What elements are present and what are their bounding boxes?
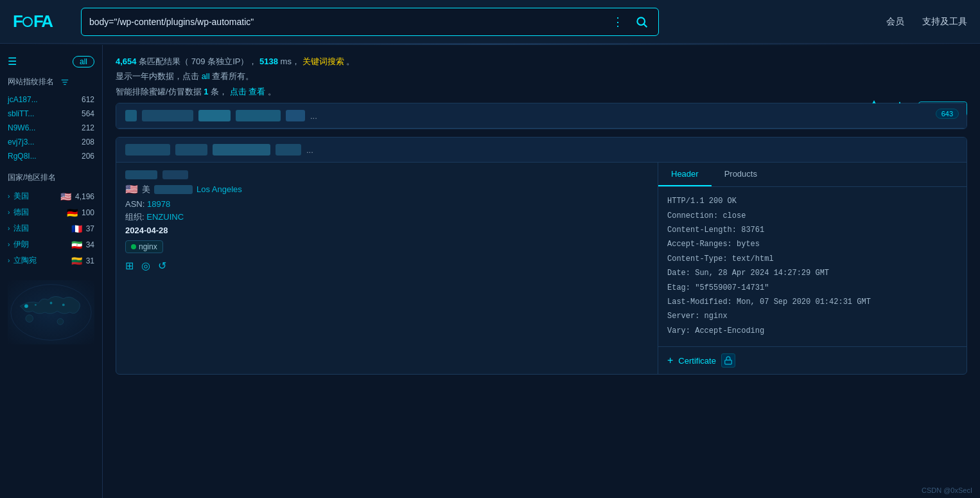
fingerprint-label: jcA187...	[8, 95, 38, 104]
sidebar-header: ☰ all	[8, 55, 94, 67]
search-submit-button[interactable]	[633, 14, 651, 30]
tech-tag-nginx[interactable]: nginx	[125, 240, 163, 253]
fingerprint-count: 212	[82, 123, 94, 132]
svg-rect-14	[725, 360, 732, 364]
honeypot-view-link[interactable]: 点击 查看	[230, 87, 266, 96]
country-item[interactable]: ›德国🇩🇪100	[8, 204, 94, 220]
fingerprint-count: 564	[82, 109, 94, 118]
search-bar[interactable]: ⋮	[81, 8, 659, 36]
country-name: 伊朗	[13, 239, 67, 250]
country-item[interactable]: ›立陶宛🇱🇹31	[8, 253, 94, 269]
certificate-section[interactable]: + Certificate	[658, 346, 967, 374]
results-line1: 4,654 条匹配结果（ 709 条独立IP）， 5138 ms， 关键词搜索 …	[116, 54, 967, 69]
country-flag-icon: 🇺🇸	[60, 191, 71, 202]
map-svg	[8, 280, 94, 344]
honeypot-count: 1	[204, 87, 208, 96]
result-card-2: ... 🇺🇸 美 Los Angeles	[116, 137, 967, 375]
result-card-body-2: 🇺🇸 美 Los Angeles ASN: 18978 组织: ENZUINC	[116, 163, 967, 374]
blurred-url-2a	[125, 144, 170, 156]
card-action-grid[interactable]: ⊞	[125, 260, 134, 272]
country-flag: 🇺🇸	[125, 183, 138, 195]
asn-value[interactable]: 18978	[147, 199, 170, 209]
header-content-line: Accept-Ranges: bytes	[667, 238, 958, 251]
keyword-search-link[interactable]: 关键词搜索	[302, 57, 344, 66]
view-all-link[interactable]: all	[202, 71, 210, 81]
fingerprint-item[interactable]: N9W6...212	[8, 121, 94, 135]
country-name: 立陶宛	[13, 255, 67, 266]
footer-note: CSDN @0xSecI	[922, 486, 972, 494]
location-country: 美	[142, 184, 150, 195]
header-content-panel: HTTP/1.1 200 OKConnection: closeContent-…	[658, 187, 967, 346]
country-count: 31	[86, 256, 94, 265]
svg-point-7	[57, 319, 64, 325]
country-expand: ›	[8, 225, 10, 232]
blurred-url-2b	[175, 144, 207, 156]
blurred-extra-1	[286, 110, 305, 121]
sort-icon	[60, 78, 69, 87]
fingerprint-count: 612	[82, 95, 94, 104]
blurred-ip-addr	[125, 170, 157, 179]
tab-header[interactable]: Header	[658, 163, 712, 186]
fingerprint-item[interactable]: jcA187...612	[8, 93, 94, 107]
country-expand: ›	[8, 193, 10, 200]
results-line2: 显示一年内数据，点击 all 查看所有。	[116, 69, 967, 84]
nav-support[interactable]: 支持及工具	[922, 16, 967, 28]
blurred-port	[162, 170, 188, 179]
date-row: 2024-04-28	[125, 226, 649, 235]
header-right: 会员 支持及工具	[886, 16, 967, 28]
country-expand: ›	[8, 209, 10, 216]
filter-icon[interactable]: ☰	[8, 55, 17, 67]
country-section-title: 国家/地区排名	[8, 172, 94, 183]
blurred-favicon-1	[125, 110, 137, 121]
fingerprint-item[interactable]: sbliTT...564	[8, 107, 94, 121]
tech-tag-label: nginx	[139, 242, 157, 251]
country-count: 37	[86, 224, 94, 233]
line2-text: 显示一年内数据，点击	[116, 71, 199, 81]
ip-label: 条独立IP），	[207, 57, 257, 66]
fingerprint-label: RgQ8I...	[8, 152, 37, 161]
search-options-button[interactable]: ⋮	[609, 13, 626, 30]
fingerprint-count: 208	[82, 138, 94, 147]
card-action-node[interactable]: ◎	[141, 260, 150, 272]
line2-end: 查看所有。	[212, 71, 254, 81]
country-expand: ›	[8, 241, 10, 248]
country-item[interactable]: ›伊朗🇮🇷34	[8, 236, 94, 253]
results-count-label: 条匹配结果（	[139, 57, 189, 66]
fingerprint-item[interactable]: RgQ8I...206	[8, 149, 94, 163]
search-input[interactable]	[89, 17, 609, 27]
results-ip: 709	[191, 57, 206, 66]
fingerprint-label: evj7j3...	[8, 138, 34, 147]
svg-point-6	[26, 315, 33, 323]
info-row-ip	[125, 170, 649, 179]
fingerprint-item[interactable]: evj7j3...208	[8, 135, 94, 149]
line3-mid: 条，	[211, 87, 227, 96]
nav-member[interactable]: 会员	[886, 16, 904, 28]
card-actions: ⊞ ◎ ↺	[125, 260, 649, 272]
card-action-refresh[interactable]: ↺	[158, 260, 166, 272]
tech-tag-dot	[131, 244, 136, 249]
location-city[interactable]: Los Angeles	[197, 184, 242, 194]
header-content-line: Connection: close	[667, 209, 958, 222]
country-item[interactable]: ›法国🇫🇷37	[8, 220, 94, 236]
country-name: 法国	[13, 223, 67, 234]
results-list: ... 643 ...	[103, 103, 980, 498]
fingerprint-label: sbliTT...	[8, 109, 34, 118]
result-card-top-1: ... 643	[116, 103, 967, 129]
period: 。	[346, 57, 354, 66]
country-list: ›美国🇺🇸4,196›德国🇩🇪100›法国🇫🇷37›伊朗🇮🇷34›立陶宛🇱🇹31	[8, 188, 94, 269]
org-label: 组织:	[125, 212, 144, 222]
result-card-right-2: Header Products HTTP/1.1 200 OKConnectio…	[658, 163, 967, 374]
results-line3: 智能排除蜜罐/仿冒数据 1 条， 点击 查看 。	[116, 84, 967, 99]
all-badge[interactable]: all	[73, 56, 94, 67]
country-item[interactable]: ›美国🇺🇸4,196	[8, 188, 94, 204]
org-value[interactable]: ENZUINC	[146, 212, 184, 222]
country-count: 4,196	[75, 192, 94, 201]
header-content-line: Server: nginx	[667, 310, 958, 323]
result-card-left-2: 🇺🇸 美 Los Angeles ASN: 18978 组织: ENZUINC	[116, 163, 658, 374]
line3-end: 。	[268, 87, 276, 96]
blurred-url-1	[142, 110, 193, 121]
blurred-region	[154, 185, 193, 194]
tab-products[interactable]: Products	[712, 163, 770, 186]
fingerprint-count: 206	[82, 152, 94, 161]
ms-label: ms，	[281, 57, 300, 66]
